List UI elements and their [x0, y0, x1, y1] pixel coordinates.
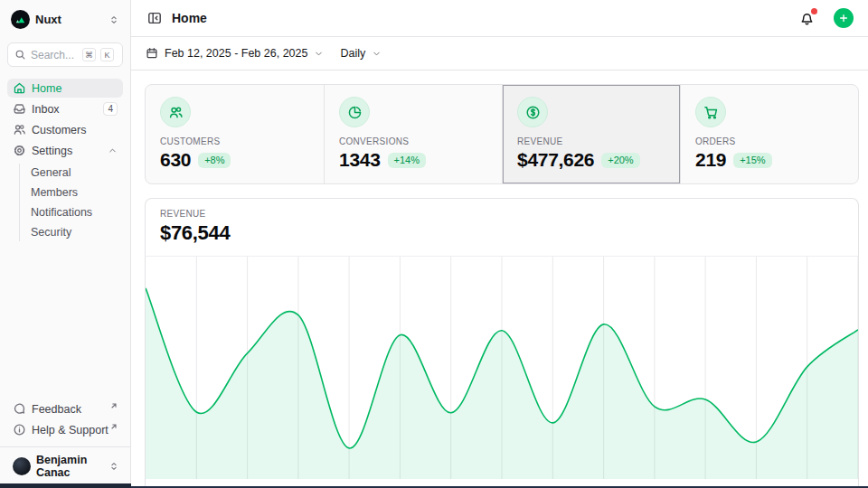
dashboard-content: CUSTOMERS 630 +8% CONVERSIONS 1343 +14% — [131, 70, 868, 488]
stat-value: 1343 — [339, 149, 381, 171]
filter-toolbar: Feb 12, 2025 - Feb 26, 2025 Daily — [131, 37, 868, 70]
sidebar-item-home[interactable]: Home — [7, 79, 123, 98]
chevrons-up-down-icon — [108, 14, 119, 25]
page-title: Home — [172, 11, 207, 25]
chat-bubble-icon — [13, 402, 26, 416]
sidebar-item-members[interactable]: Members — [31, 183, 123, 202]
sidebar-item-customers[interactable]: Customers — [7, 120, 123, 139]
search-box[interactable]: ⌘ K — [7, 42, 123, 67]
search-input[interactable] — [31, 49, 78, 61]
search-icon — [14, 49, 26, 61]
stat-card-conversions[interactable]: CONVERSIONS 1343 +14% — [324, 85, 502, 183]
date-range-picker[interactable]: Feb 12, 2025 - Feb 26, 2025 — [146, 47, 324, 60]
sidebar-item-notifications[interactable]: Notifications — [31, 203, 123, 221]
stat-change-badge: +20% — [601, 153, 639, 168]
inbox-count-badge: 4 — [103, 102, 118, 116]
cart-icon — [695, 97, 726, 127]
sidebar-item-label: Customers — [32, 124, 118, 136]
stat-card-revenue[interactable]: REVENUE $477,626 +20% — [502, 85, 680, 183]
chevron-down-icon — [372, 49, 382, 59]
users-icon — [160, 97, 191, 127]
stat-label: CUSTOMERS — [160, 136, 309, 146]
dollar-icon — [517, 97, 548, 127]
sidebar-item-label: Inbox — [32, 103, 98, 116]
sidebar-footer: Feedback Help & Support — [7, 399, 123, 439]
page-header: Home — [131, 0, 868, 37]
stat-change-badge: +14% — [388, 153, 426, 168]
calendar-icon — [146, 47, 158, 60]
stat-value: 630 — [160, 149, 191, 171]
external-link-icon — [110, 402, 118, 409]
team-switcher[interactable]: Nuxt — [7, 8, 123, 31]
avatar — [13, 457, 31, 475]
sidebar-item-label: Home — [32, 82, 118, 95]
sidebar-item-settings[interactable]: Settings — [7, 141, 123, 160]
chevron-up-icon — [108, 145, 118, 155]
stat-card-orders[interactable]: ORDERS 219 +15% — [680, 85, 858, 183]
period-select[interactable]: Daily — [340, 47, 382, 60]
help-support-link[interactable]: Help & Support — [7, 420, 123, 439]
chart-plot-area[interactable] — [146, 257, 858, 479]
team-name: Nuxt — [35, 13, 103, 26]
kbd-k: K — [100, 48, 114, 61]
stat-change-badge: +8% — [198, 153, 231, 168]
settings-children: General Members Notifications Security — [19, 164, 123, 241]
chart-metric-value: $76,544 — [160, 221, 844, 245]
user-name: Benjamin Canac — [36, 454, 103, 479]
notifications-button[interactable] — [797, 9, 816, 28]
feedback-link[interactable]: Feedback — [7, 399, 123, 418]
notification-dot — [811, 8, 817, 14]
sidebar-item-inbox[interactable]: Inbox 4 — [7, 99, 123, 118]
period-label: Daily — [340, 47, 365, 60]
kbd-cmd: ⌘ — [82, 48, 96, 61]
info-icon — [13, 423, 26, 436]
sidebar-item-general[interactable]: General — [31, 164, 123, 182]
chart-metric-label: REVENUE — [160, 209, 844, 219]
screen-bottom-edge-left — [0, 483, 131, 488]
gear-icon — [13, 144, 26, 157]
collapse-sidebar-button[interactable] — [146, 9, 164, 27]
nuxt-logo-icon — [11, 10, 30, 29]
add-button[interactable] — [834, 8, 854, 28]
inbox-icon — [13, 102, 26, 116]
main-panel: Home Feb 12, 2025 - Feb 26, 2025 Daily — [131, 0, 868, 488]
stats-row: CUSTOMERS 630 +8% CONVERSIONS 1343 +14% — [145, 84, 859, 184]
pie-chart-icon — [339, 97, 370, 127]
stat-value: 219 — [695, 149, 726, 171]
panel-left-close-icon — [147, 11, 162, 25]
stat-value: $477,626 — [517, 149, 594, 171]
date-range-label: Feb 12, 2025 - Feb 26, 2025 — [165, 47, 307, 60]
stat-card-customers[interactable]: CUSTOMERS 630 +8% — [146, 85, 324, 183]
chevron-down-icon — [314, 49, 324, 59]
chevrons-up-down-icon — [108, 461, 119, 472]
stat-label: ORDERS — [695, 136, 844, 146]
stat-label: REVENUE — [517, 136, 665, 146]
sidebar-item-security[interactable]: Security — [31, 223, 123, 241]
sidebar-item-label: Settings — [32, 145, 102, 157]
sidebar: Nuxt ⌘ K Home Inbox 4 Customers Settings… — [0, 0, 131, 488]
chart-header: REVENUE $76,544 — [146, 199, 858, 257]
divider — [0, 446, 130, 447]
revenue-chart-card: REVENUE $76,544 14 Feb16 Feb18 Feb20 Feb… — [145, 198, 859, 488]
stat-change-badge: +15% — [733, 153, 771, 168]
users-icon — [13, 123, 26, 136]
footer-link-label: Feedback — [32, 403, 136, 416]
revenue-area-chart — [146, 257, 858, 479]
footer-link-label: Help & Support — [32, 424, 119, 436]
home-icon — [13, 81, 26, 95]
stat-label: CONVERSIONS — [339, 136, 487, 146]
sidebar-nav: Home Inbox 4 Customers Settings General … — [7, 79, 123, 243]
plus-icon — [838, 13, 849, 23]
user-menu[interactable]: Benjamin Canac — [7, 454, 123, 481]
external-link-icon — [110, 423, 118, 430]
